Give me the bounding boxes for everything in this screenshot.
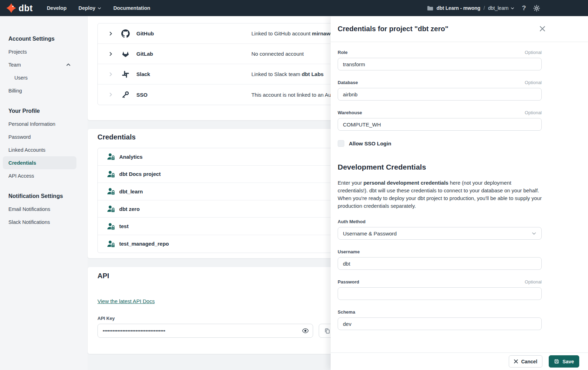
settings-sidebar: Account Settings Projects Team Users Bil… (0, 16, 88, 370)
credential-project-name: dbt_learn (119, 189, 143, 194)
close-icon (540, 26, 545, 32)
sidebar-item-password[interactable]: Password (3, 130, 76, 143)
sidebar-item-api-access[interactable]: API Access (3, 169, 76, 182)
x-icon (514, 359, 518, 363)
chevron-right-icon[interactable] (108, 72, 113, 77)
settings-gear-icon[interactable] (533, 5, 540, 12)
chevron-down-icon (511, 6, 514, 10)
folder-icon (427, 6, 433, 11)
nav-documentation[interactable]: Documentation (113, 5, 150, 11)
user-lock-icon (107, 170, 116, 178)
nav-deploy[interactable]: Deploy (79, 5, 101, 11)
brand-text: dbt (19, 3, 33, 13)
copy-icon (324, 328, 330, 334)
credential-project-name: test_managed_repo (119, 241, 169, 247)
credential-project-name: test (119, 223, 129, 229)
sidebar-heading-notification-settings: Notification Settings (8, 190, 76, 203)
panel-body: Role Optional Database Optional Warehous… (331, 42, 588, 352)
api-key-input[interactable] (97, 324, 313, 338)
development-credentials-heading: Development Credentials (338, 163, 542, 171)
sidebar-item-users[interactable]: Users (3, 71, 76, 84)
project-name[interactable]: dbt_learn (488, 5, 514, 11)
chevron-down-icon (532, 231, 536, 236)
panel-footer: Cancel Save (331, 352, 588, 370)
panel-header: Credentials for project "dbt zero" (331, 16, 588, 42)
database-label: Database (338, 80, 358, 85)
save-disk-icon (554, 359, 559, 364)
role-input[interactable] (338, 58, 542, 70)
linked-account-status: Linked to GitHub account mirnawong1 (251, 30, 343, 36)
linked-account-status: Linked to Slack team dbt Labs (251, 71, 324, 77)
chevron-right-icon[interactable] (108, 52, 113, 56)
database-input[interactable] (338, 88, 542, 101)
save-button[interactable]: Save (549, 355, 579, 368)
eye-icon (302, 327, 309, 334)
optional-badge: Optional (525, 279, 542, 285)
reveal-api-key-button[interactable] (302, 327, 309, 334)
username-input[interactable] (338, 257, 542, 270)
password-label: Password (338, 279, 359, 285)
gitlab-icon (121, 50, 130, 58)
sidebar-item-slack-notifications[interactable]: Slack Notifications (3, 215, 76, 228)
user-lock-icon (107, 205, 116, 213)
sidebar-item-credentials[interactable]: Credentials (3, 156, 76, 169)
chevron-up-icon (66, 62, 71, 67)
linked-account-status: No connected account (251, 51, 304, 57)
chevron-right-icon[interactable] (108, 31, 113, 36)
breadcrumb-separator: / (484, 5, 485, 11)
allow-sso-checkbox[interactable] (338, 140, 344, 147)
linked-account-name: GitHub (136, 30, 154, 36)
account-name: dbt Learn - mwong (437, 5, 480, 11)
schema-input[interactable] (338, 317, 542, 330)
auth-method-label: Auth Method (338, 219, 365, 224)
credential-project-name: Analytics (119, 154, 143, 160)
panel-title: Credentials for project "dbt zero" (338, 25, 448, 33)
sidebar-heading-your-profile: Your Profile (8, 104, 76, 117)
dbt-logo-icon[interactable]: dbt (6, 3, 33, 13)
close-panel-button[interactable] (540, 26, 545, 32)
user-lock-icon (107, 222, 116, 231)
optional-badge: Optional (525, 110, 542, 115)
user-lock-icon (107, 152, 116, 161)
sidebar-item-email-notifications[interactable]: Email Notifications (3, 203, 76, 215)
linked-account-name: Slack (136, 71, 150, 77)
development-credentials-description: Enter your personal development credenti… (338, 179, 542, 210)
linked-account-name: SSO (136, 92, 148, 98)
sidebar-heading-account-settings: Account Settings (8, 32, 76, 45)
chevron-right-icon[interactable] (108, 92, 113, 97)
schema-label: Schema (338, 309, 355, 315)
optional-badge: Optional (525, 80, 542, 85)
warehouse-label: Warehouse (338, 110, 362, 115)
top-nav: dbt Develop Deploy Documentation dbt Lea… (0, 0, 588, 16)
allow-sso-label: Allow SSO Login (349, 141, 391, 146)
role-label: Role (338, 50, 347, 55)
key-icon (121, 91, 130, 98)
username-label: Username (338, 249, 360, 254)
password-input[interactable] (338, 287, 542, 300)
chevron-down-icon (97, 6, 101, 10)
user-lock-icon (107, 187, 116, 196)
user-lock-icon (107, 240, 116, 248)
sidebar-item-projects[interactable]: Projects (3, 45, 76, 58)
sidebar-item-personal-information[interactable]: Personal Information (3, 117, 76, 130)
slack-icon (121, 70, 130, 78)
credential-project-name: dbt zero (119, 206, 140, 212)
help-icon[interactable]: ? (522, 4, 526, 12)
optional-badge: Optional (525, 50, 542, 55)
nav-develop[interactable]: Develop (47, 5, 66, 11)
credential-project-name: dbt Docs project (119, 171, 161, 177)
credentials-edit-panel: Credentials for project "dbt zero" Role … (331, 16, 588, 370)
linked-account-name: GitLab (136, 51, 153, 57)
api-docs-link[interactable]: View the latest API Docs (97, 298, 155, 304)
sidebar-item-billing[interactable]: Billing (3, 84, 76, 97)
sidebar-item-team[interactable]: Team (3, 58, 76, 71)
auth-method-select[interactable]: Username & Password (338, 227, 542, 240)
warehouse-input[interactable] (338, 118, 542, 131)
account-project-switcher[interactable]: dbt Learn - mwong / dbt_learn (427, 5, 515, 11)
cancel-button[interactable]: Cancel (509, 355, 542, 368)
sidebar-item-linked-accounts[interactable]: Linked Accounts (3, 143, 76, 156)
github-icon (121, 29, 130, 38)
